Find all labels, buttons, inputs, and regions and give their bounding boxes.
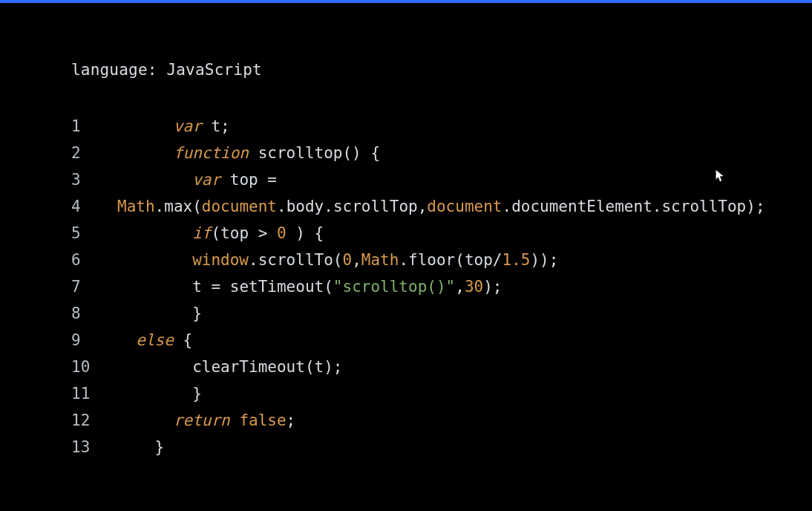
line-number: 9 bbox=[71, 327, 117, 354]
token: document bbox=[427, 198, 502, 215]
code-line[interactable]: 9 else { bbox=[71, 327, 812, 354]
token: , bbox=[418, 198, 428, 215]
line-content[interactable]: if(top > 0 ) { bbox=[117, 220, 324, 247]
token: if bbox=[192, 224, 211, 242]
line-content[interactable]: Math.max(document.body.scrollTop,documen… bbox=[117, 193, 765, 220]
token: body bbox=[287, 198, 324, 215]
line-content[interactable]: t = setTimeout("scrolltop()",30); bbox=[117, 273, 502, 300]
token: false bbox=[239, 411, 286, 429]
token: )); bbox=[530, 251, 558, 269]
token: Math bbox=[361, 251, 399, 269]
token: , bbox=[455, 278, 465, 296]
token: return bbox=[174, 411, 230, 429]
line-number: 2 bbox=[71, 140, 117, 166]
token: ); bbox=[746, 198, 764, 215]
token: "scrolltop()" bbox=[333, 278, 455, 296]
line-content[interactable]: function scrolltop() { bbox=[117, 140, 380, 166]
line-content[interactable]: } bbox=[117, 300, 202, 327]
token: . bbox=[249, 251, 258, 269]
token: 0 bbox=[342, 251, 352, 269]
line-content[interactable]: window.scrollTo(0,Math.floor(top/1.5)); bbox=[117, 247, 558, 273]
code-line[interactable]: 13 } bbox=[71, 434, 812, 460]
token: else bbox=[136, 331, 174, 349]
token: t bbox=[192, 278, 202, 296]
token: ; bbox=[287, 411, 296, 429]
line-content[interactable]: var t; bbox=[117, 113, 230, 140]
line-number: 4 bbox=[71, 193, 117, 220]
line-content[interactable]: var top = bbox=[117, 166, 287, 193]
token: ); bbox=[324, 358, 342, 376]
token: ); bbox=[483, 278, 502, 296]
code-editor[interactable]: language: JavaScript 1 var t;2 function … bbox=[0, 3, 812, 460]
token: documentElement bbox=[511, 198, 652, 215]
token: max bbox=[164, 198, 192, 215]
code-line[interactable]: 7 t = setTimeout("scrolltop()",30); bbox=[71, 273, 812, 300]
code-line[interactable]: 10 clearTimeout(t); bbox=[71, 354, 812, 380]
line-content[interactable]: } bbox=[117, 380, 202, 407]
line-content[interactable]: clearTimeout(t); bbox=[117, 354, 342, 380]
indent bbox=[117, 358, 192, 376]
token: ( bbox=[455, 251, 465, 269]
token: / bbox=[493, 251, 502, 269]
token: setTimeout bbox=[230, 278, 324, 296]
line-number: 13 bbox=[71, 434, 117, 460]
token: var bbox=[174, 117, 202, 135]
token: . bbox=[502, 198, 511, 215]
token bbox=[249, 144, 258, 162]
token: ; bbox=[220, 117, 230, 135]
code-line[interactable]: 11 } bbox=[71, 380, 812, 407]
code-line[interactable]: 8 } bbox=[71, 300, 812, 327]
token: { bbox=[174, 331, 192, 349]
line-number: 8 bbox=[71, 300, 117, 327]
token: 30 bbox=[465, 278, 483, 296]
token: () { bbox=[342, 144, 380, 162]
token: ( bbox=[305, 358, 315, 376]
code-block[interactable]: 1 var t;2 function scrolltop() {3 var to… bbox=[71, 113, 812, 460]
token: scrollTop bbox=[661, 198, 746, 215]
token: . bbox=[277, 198, 287, 215]
token: clearTimeout bbox=[192, 358, 305, 376]
token: scrollTop bbox=[333, 198, 418, 215]
token: . bbox=[399, 251, 408, 269]
token: } bbox=[192, 385, 202, 403]
token: t bbox=[211, 117, 220, 135]
token: ( bbox=[192, 198, 202, 215]
code-line[interactable]: 1 var t; bbox=[71, 113, 812, 140]
line-number: 5 bbox=[71, 220, 117, 247]
code-line[interactable]: 4Math.max(document.body.scrollTop,docume… bbox=[71, 193, 812, 220]
line-number: 12 bbox=[71, 407, 117, 434]
line-content[interactable]: else { bbox=[117, 327, 192, 354]
indent bbox=[117, 385, 192, 403]
token: top bbox=[465, 251, 493, 269]
indent bbox=[117, 278, 192, 296]
indent bbox=[117, 224, 192, 242]
token: ( bbox=[324, 278, 333, 296]
line-number: 3 bbox=[71, 166, 117, 193]
line-number: 10 bbox=[71, 354, 117, 380]
token: function bbox=[174, 144, 249, 162]
indent bbox=[117, 251, 192, 269]
token: . bbox=[324, 198, 333, 215]
line-content[interactable]: return false; bbox=[117, 407, 295, 434]
indent bbox=[117, 331, 136, 349]
token: document bbox=[202, 198, 277, 215]
language-indicator: language: JavaScript bbox=[71, 61, 812, 79]
code-line[interactable]: 5 if(top > 0 ) { bbox=[71, 220, 812, 247]
line-number: 6 bbox=[71, 247, 117, 273]
code-line[interactable]: 3 var top = bbox=[71, 166, 812, 193]
line-number: 11 bbox=[71, 380, 117, 407]
token: ( bbox=[211, 224, 220, 242]
line-content[interactable]: } bbox=[117, 434, 164, 460]
code-line[interactable]: 6 window.scrollTo(0,Math.floor(top/1.5))… bbox=[71, 247, 812, 273]
code-line[interactable]: 12 return false; bbox=[71, 407, 812, 434]
indent bbox=[117, 305, 192, 322]
token: scrollTo bbox=[258, 251, 333, 269]
indent bbox=[117, 171, 192, 189]
token: = bbox=[258, 171, 287, 189]
indent bbox=[117, 411, 174, 429]
indent bbox=[117, 144, 174, 162]
code-line[interactable]: 2 function scrolltop() { bbox=[71, 140, 812, 166]
token: top bbox=[220, 224, 249, 242]
token bbox=[230, 411, 240, 429]
token: , bbox=[352, 251, 361, 269]
